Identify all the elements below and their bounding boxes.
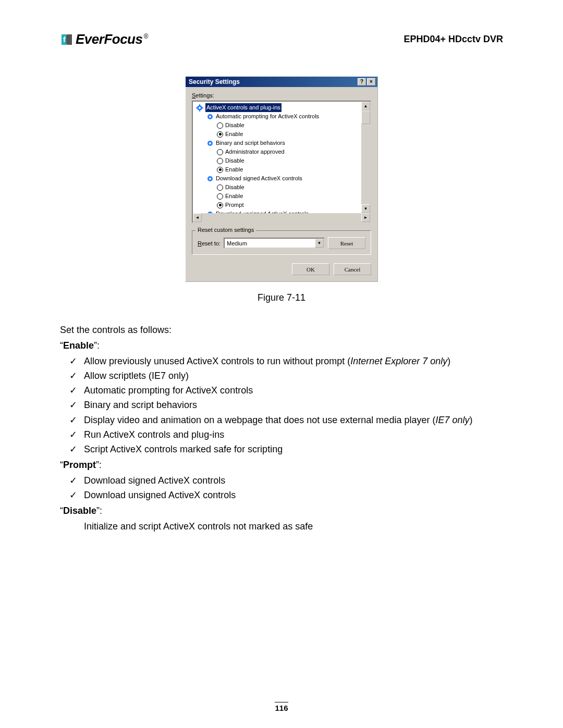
gear-icon	[206, 140, 214, 147]
body-text: Set the controls as follows: “Enable”: A…	[60, 323, 503, 533]
radio-icon	[217, 149, 223, 155]
list-item: Binary and script behaviors	[60, 398, 503, 412]
tree-label: Binary and script behaviors	[216, 139, 285, 147]
svg-rect-3	[199, 104, 200, 106]
settings-tree[interactable]: ActiveX controls and plug-ins Automatic …	[192, 101, 371, 223]
logo-icon: f	[60, 33, 74, 46]
tree-group-download-signed[interactable]: Download signed ActiveX controls	[195, 174, 368, 183]
enable-heading: “Enable”:	[60, 339, 503, 352]
svg-point-8	[209, 116, 211, 118]
radio-enable[interactable]: Enable	[195, 165, 368, 174]
radio-disable[interactable]: Disable	[195, 156, 368, 165]
reset-to-combo[interactable]: Medium ▼	[224, 238, 325, 249]
disable-heading: “Disable”:	[60, 504, 503, 517]
svg-text:f: f	[63, 35, 66, 44]
tree-group-auto-prompt[interactable]: Automatic prompting for ActiveX controls	[195, 112, 368, 121]
radio-icon	[217, 202, 223, 208]
chevron-down-icon[interactable]: ▼	[315, 239, 324, 248]
prompt-list: Download signed ActiveX controls Downloa…	[60, 474, 503, 502]
tree-label: ActiveX controls and plug-ins	[205, 103, 282, 112]
list-item: Display video and animation on a webpage…	[60, 413, 503, 427]
radio-icon	[217, 158, 223, 164]
close-button[interactable]: ×	[367, 78, 375, 85]
radio-icon	[217, 193, 223, 200]
logo: f EverFocus®	[60, 31, 148, 47]
dialog-title: Security Settings	[189, 78, 240, 85]
radio-icon	[217, 131, 223, 138]
radio-icon	[217, 167, 223, 173]
logo-text: EverFocus®	[76, 31, 148, 47]
combo-value: Medium	[225, 240, 315, 246]
radio-admin[interactable]: Administrator approved	[195, 147, 368, 156]
enable-list: Allow previously unused ActiveX controls…	[60, 354, 503, 456]
gear-icon	[206, 113, 214, 120]
gear-icon	[196, 104, 203, 112]
svg-rect-4	[199, 110, 200, 112]
ok-button[interactable]: OK	[292, 263, 329, 275]
prompt-heading: “Prompt”:	[60, 458, 503, 472]
fieldset-legend: Reset custom settings	[195, 227, 256, 233]
settings-label: Settings:	[192, 92, 371, 98]
list-item: Run ActiveX controls and plug-ins	[60, 428, 503, 441]
radio-icon	[217, 184, 223, 191]
page-number: 116	[0, 702, 563, 712]
reset-fieldset: Reset custom settings Reset to: Medium ▼…	[192, 230, 371, 255]
radio-enable[interactable]: Enable	[195, 130, 368, 139]
svg-point-2	[199, 107, 201, 109]
disable-text: Initialize and script ActiveX controls n…	[60, 520, 503, 533]
reset-to-label: Reset to:	[198, 240, 221, 246]
list-item: Allow scriptlets (IE7 only)	[60, 369, 503, 382]
radio-icon	[217, 122, 223, 129]
tree-label: Automatic prompting for ActiveX controls	[216, 112, 319, 121]
reset-button[interactable]: Reset	[328, 237, 365, 249]
dialog-titlebar: Security Settings ? ×	[186, 77, 377, 87]
tree-label: Download signed ActiveX controls	[216, 174, 302, 183]
scroll-left-icon[interactable]: ◄	[193, 213, 202, 222]
radio-disable[interactable]: Disable	[195, 121, 368, 130]
scroll-thumb[interactable]	[361, 110, 370, 124]
security-settings-dialog: Security Settings ? × Settings: ActiveX …	[185, 76, 378, 282]
help-button[interactable]: ?	[358, 78, 366, 85]
scroll-up-icon[interactable]: ▲	[361, 102, 370, 110]
list-item: Allow previously unused ActiveX controls…	[60, 354, 503, 368]
radio-enable[interactable]: Enable	[195, 192, 368, 201]
radio-disable[interactable]: Disable	[195, 183, 368, 192]
horizontal-scrollbar[interactable]: ◄ ►	[193, 213, 370, 222]
scroll-down-icon[interactable]: ▼	[361, 204, 370, 213]
cancel-button[interactable]: Cancel	[334, 263, 371, 275]
radio-prompt[interactable]: Prompt	[195, 201, 368, 209]
page-header: f EverFocus® EPHD04+ HDcctv DVR	[60, 31, 503, 47]
intro-text: Set the controls as follows:	[60, 323, 503, 337]
svg-point-10	[209, 142, 211, 144]
figure-caption: Figure 7-11	[60, 292, 503, 303]
svg-rect-6	[202, 107, 203, 108]
list-item: Download unsigned ActiveX controls	[60, 488, 503, 502]
list-item: Download signed ActiveX controls	[60, 474, 503, 487]
product-title: EPHD04+ HDcctv DVR	[403, 34, 503, 45]
svg-point-12	[209, 178, 211, 180]
list-item: Automatic prompting for ActiveX controls	[60, 384, 503, 397]
vertical-scrollbar[interactable]: ▲ ▼	[361, 102, 370, 213]
list-item: Script ActiveX controls marked safe for …	[60, 442, 503, 456]
tree-group-activex[interactable]: ActiveX controls and plug-ins	[195, 103, 368, 112]
tree-group-binary[interactable]: Binary and script behaviors	[195, 139, 368, 147]
svg-rect-5	[196, 107, 198, 108]
gear-icon	[206, 175, 214, 182]
scroll-right-icon[interactable]: ►	[361, 213, 370, 222]
